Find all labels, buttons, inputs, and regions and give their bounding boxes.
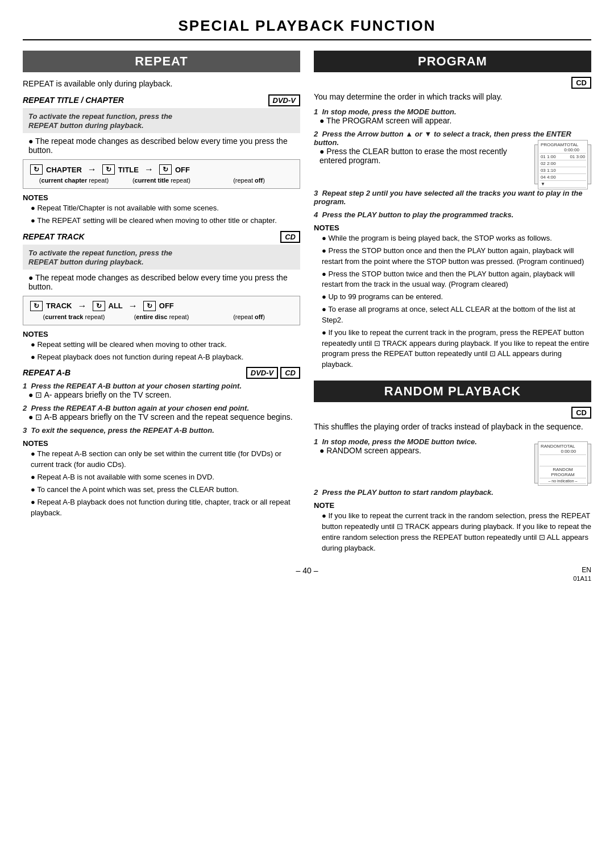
repeat-header: REPEAT xyxy=(23,51,300,72)
cd-badge-ab: CD xyxy=(280,367,300,379)
prog-note-1: While the program is being played back, … xyxy=(314,233,591,244)
prog-note-6: If you like to repeat the current track … xyxy=(314,328,591,370)
repeat-track-gray: To activate the repeat function, press t… xyxy=(23,245,300,270)
repeat-track-bullet: The repeat mode changes as described bel… xyxy=(23,273,300,291)
prog-note-2: Press the STOP button once and then the … xyxy=(314,246,591,267)
repeat-title-chapter-gray: To activate the repeat function, press t… xyxy=(23,108,300,133)
note-2-1: Repeat setting will be cleared when movi… xyxy=(23,340,300,350)
title-icon: ↻ xyxy=(102,164,115,175)
off-label: (repeat off) xyxy=(205,177,293,184)
notes-header-prog: NOTES xyxy=(314,224,591,232)
repeat-title-chapter-heading: REPEAT TITLE / CHAPTER DVD-V xyxy=(23,96,300,105)
chapter-icon: ↻ xyxy=(30,164,43,175)
program-screen-thumb: PROGRAMTOTAL 0:00:00 01 1:0001 3:00 02 2… xyxy=(534,144,591,184)
prog-step-3: 3 Repeat step 2 until you have selected … xyxy=(314,189,591,206)
ab-step-2: 2 Press the REPEAT A-B button again at y… xyxy=(23,404,300,421)
ab-step-2-bullet: ⊡ A-B appears briefly on the TV screen a… xyxy=(23,412,300,421)
random-screen-thumb: RANDOMTOTAL 0:00:00 RANDOM PROGRAM – no … xyxy=(534,444,591,483)
cd-badge-random: CD xyxy=(571,407,591,419)
off-icon: ↻ xyxy=(159,164,172,175)
random-note: If you like to repeat the current track … xyxy=(314,511,591,553)
ab-step-3: 3 To exit the sequence, press the REPEAT… xyxy=(23,426,300,435)
cd-badge-track: CD xyxy=(280,231,300,243)
footer-en: EN xyxy=(582,566,591,574)
all-label: (entire disc repeat) xyxy=(118,313,205,320)
program-intro: You may determine the order in which tra… xyxy=(314,91,591,103)
ab-note-1: The repeat A-B section can only be set w… xyxy=(23,449,300,470)
random-step-2: 2 Press the PLAY button to start random … xyxy=(314,488,591,497)
random-step-1: 1 In stop mode, press the MODE button tw… xyxy=(314,437,591,483)
footer-code: 01A11 xyxy=(573,575,591,582)
prog-step-1-bullet: The PROGRAM screen will appear. xyxy=(314,116,591,125)
dvdv-badge: DVD-V xyxy=(268,94,300,106)
repeat-title-bullet: The repeat mode changes as described bel… xyxy=(23,137,300,155)
ab-note-2: Repeat A-B is not available with some sc… xyxy=(23,472,300,483)
track-icon: ↻ xyxy=(30,301,43,311)
left-column: REPEAT REPEAT is available only during p… xyxy=(23,51,300,556)
ab-step-1-bullet: ⊡ A- appears briefly on the TV screen. xyxy=(23,390,300,399)
notes-header-1: NOTES xyxy=(23,193,300,202)
random-header: RANDOM PLAYBACK xyxy=(314,381,591,402)
note-1-2: The REPEAT setting will be cleared when … xyxy=(23,216,300,226)
prog-note-4: Up to 99 programs can be entered. xyxy=(314,292,591,303)
track-all-diagram: ↻ TRACK → ↻ ALL → ↻ OFF (current track r… xyxy=(23,296,300,325)
note-1-1: Repeat Title/Chapter is not available wi… xyxy=(23,203,300,214)
cd-badge-program: CD xyxy=(571,77,591,89)
random-section: RANDOM PLAYBACK CD This shuffles the pla… xyxy=(314,381,591,553)
off-label-2: (repeat off) xyxy=(205,313,293,320)
footer-page: – 40 – xyxy=(296,566,318,575)
prog-step-2: 2 Press the Arrow button ▲ or ▼ to selec… xyxy=(314,130,591,184)
ab-note-3: To cancel the A point which was set, pre… xyxy=(23,485,300,495)
notes-header-2: NOTES xyxy=(23,330,300,338)
page-title: SPECIAL PLAYBACK FUNCTION xyxy=(23,17,591,40)
note-header-random: NOTE xyxy=(314,501,591,510)
ab-note-4: Repeat A-B playback does not function du… xyxy=(23,497,300,519)
repeat-ab-heading: REPEAT A-B DVD-V CD xyxy=(23,368,300,377)
random-intro: This shuffles the playing order of track… xyxy=(314,421,591,433)
repeat-track-heading: REPEAT TRACK CD xyxy=(23,232,300,241)
dvdv-badge-ab: DVD-V xyxy=(246,367,278,379)
right-column: PROGRAM CD You may determine the order i… xyxy=(314,51,591,556)
title-label: (current title repeat) xyxy=(118,177,205,184)
note-2-2: Repeat playback does not function during… xyxy=(23,352,300,363)
repeat-intro: REPEAT is available only during playback… xyxy=(23,78,300,90)
chapter-title-diagram: ↻ CHAPTER → ↻ TITLE → ↻ OFF (current cha… xyxy=(23,159,300,189)
off-icon-2: ↻ xyxy=(143,301,156,311)
all-icon: ↻ xyxy=(93,301,105,311)
prog-step-1: 1 In stop mode, press the MODE button. T… xyxy=(314,108,591,125)
prog-step-4: 4 Press the PLAY button to play the prog… xyxy=(314,210,591,219)
notes-header-ab: NOTES xyxy=(23,439,300,448)
chapter-label: (current chapter repeat) xyxy=(30,177,118,184)
prog-note-5: To erase all programs at once, select AL… xyxy=(314,304,591,326)
program-header: PROGRAM xyxy=(314,51,591,72)
prog-note-3: Press the STOP button twice and then the… xyxy=(314,269,591,291)
ab-step-1: 1 Press the REPEAT A-B button at your ch… xyxy=(23,382,300,399)
track-label: (current track repeat) xyxy=(30,313,118,320)
footer: – 40 – EN 01A11 xyxy=(23,566,591,575)
